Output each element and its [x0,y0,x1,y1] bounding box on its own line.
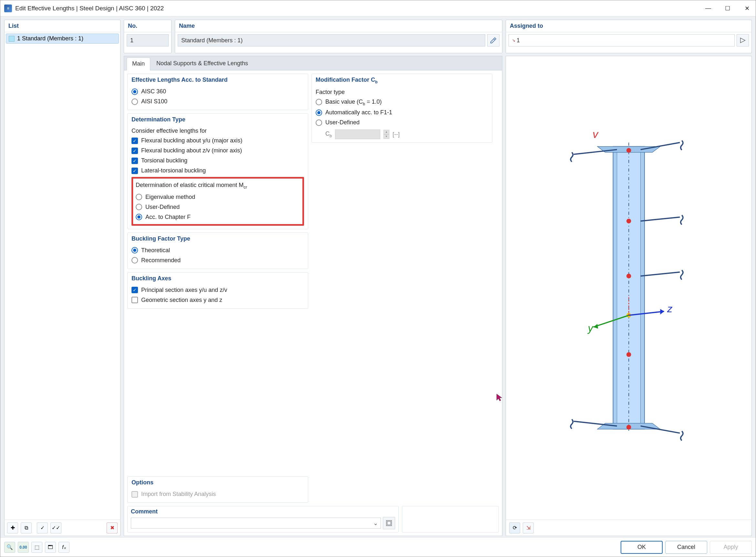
svg-point-7 [626,148,631,153]
check-ltb[interactable]: Lateral-torsional buckling [132,166,304,176]
check-icon [132,287,138,293]
check-icon [132,157,138,164]
radio-cb-auto[interactable]: Automatically acc. to F1-1 [316,108,488,118]
svg-rect-1 [387,522,391,525]
minimize-button[interactable]: — [703,4,713,13]
group-axes-header: Buckling Axes [128,272,308,284]
check-button[interactable]: ✓ [37,523,48,533]
factor-type-label: Factor type [316,88,488,97]
radio-eigen[interactable]: Eigenvalue method [136,192,300,202]
no-pane: No. 1 [124,20,172,53]
list-toolbar: ✚ ⧉ ✓ ✓✓ ✖ [4,520,120,536]
function-button[interactable]: fₓ [58,542,69,553]
check-icon [132,138,138,144]
close-button[interactable]: ✕ [742,4,752,13]
svg-point-12 [626,425,631,430]
radio-recommended[interactable]: Recommended [132,256,304,265]
double-check-button[interactable]: ✓✓ [50,523,61,533]
check-principal-axes[interactable]: Principal section axes y/u and z/v [132,285,304,295]
radio-icon [132,98,138,105]
radio-icon [136,194,142,200]
group-options: Options Import from Stability Analysis [127,476,308,503]
group-eff-std-header: Effective Lengths Acc. to Standard [128,74,308,85]
tool-3-button[interactable]: ⬚ [31,542,42,553]
duplicate-button[interactable]: ⧉ [21,523,32,533]
svg-point-8 [626,218,631,224]
cb-spinner: ▲▼ [384,130,389,139]
cb-input [335,129,380,139]
radio-cb-userdef[interactable]: User-Defined [316,118,488,127]
radio-icon [132,257,138,263]
check-import-stability: Import from Stability Analysis [132,489,304,499]
axis-z-label: z [667,303,672,315]
member-preview: v y z [550,112,707,464]
group-mod-cb-header: Modification Factor Cb [312,74,492,86]
pick-assigned-button[interactable] [737,34,749,47]
ok-button[interactable]: OK [621,541,663,554]
edit-name-button[interactable] [487,34,500,47]
window-title: Edit Effective Lengths | Steel Design | … [15,5,703,12]
list-header: List [4,20,120,32]
radio-aisis100[interactable]: AISI S100 [132,96,304,107]
cursor-icon [496,393,504,403]
tab-main[interactable]: Main [127,57,150,70]
apply-button: Apply [710,541,752,554]
radio-icon [136,214,142,220]
tool-4-button[interactable]: 🗔 [45,542,56,553]
assigned-header: Assigned to [506,20,752,32]
tabs-pane: Main Nodal Supports & Effective Lengths … [124,56,502,536]
name-header: Name [175,20,502,32]
check-geometric-axes[interactable]: Geometric section axes y and z [132,295,304,305]
svg-point-9 [626,274,631,278]
group-axes: Buckling Axes Principal section axes y/u… [127,272,308,309]
radio-theoretical[interactable]: Theoretical [132,245,304,256]
group-options-header: Options [128,477,308,488]
preview-tool-1[interactable]: ⟳ [509,523,520,533]
comment-select[interactable] [131,518,381,529]
preview-tool-2[interactable]: ⇲ [523,523,534,533]
cancel-button[interactable]: Cancel [665,541,707,554]
new-item-button[interactable]: ✚ [7,523,18,533]
name-pane: Name Standard (Members : 1) [175,20,502,53]
preview-mini-toolbar [402,506,499,532]
no-header: No. [124,20,171,32]
radio-icon [136,204,142,210]
no-field[interactable]: 1 [127,34,169,47]
radio-chapf[interactable]: Acc. to Chapter F [136,212,300,222]
radio-aisc360[interactable]: AISC 360 [132,87,304,96]
name-field[interactable]: Standard (Members : 1) [178,34,485,47]
radio-icon [132,247,138,254]
radio-icon [132,88,138,95]
consider-label: Consider effective lengths for [132,126,304,136]
group-mod-cb: Modification Factor Cb Factor type Basic… [311,74,493,143]
radio-icon [316,119,322,126]
axis-y-label: y [587,323,594,334]
units-button[interactable]: 0.00 [18,542,29,553]
delete-button[interactable]: ✖ [107,523,118,533]
list-item[interactable]: 1 Standard (Members : 1) [6,34,119,43]
bottom-toolbar: 🔍 0.00 ⬚ 🗔 fₓ OK Cancel Apply [0,537,756,557]
check-flex-yu[interactable]: Flexural buckling about y/u (major axis) [132,136,304,146]
tab-nodal[interactable]: Nodal Supports & Effective Lengths [151,57,254,70]
group-det-type: Determination Type Consider effective le… [127,113,308,229]
check-flex-zv[interactable]: Flexural buckling about z/v (minor axis) [132,146,304,156]
preview-viewport[interactable]: v y z [506,56,752,520]
maximize-button[interactable]: ☐ [723,4,732,13]
assigned-field[interactable]: ↘ 1 [508,34,735,47]
check-icon [132,297,138,303]
list-pane: List 1 Standard (Members : 1) ✚ ⧉ ✓ ✓✓ ✖ [4,20,120,536]
assigned-pane: Assigned to ↘ 1 [506,20,752,53]
mcr-label: Determination of elastic critical moment… [136,180,300,191]
help-button[interactable]: 🔍 [4,542,15,553]
radio-cb-basic[interactable]: Basic value (Cb = 1.0) [316,97,488,108]
comment-header: Comment [131,508,395,515]
tab-strip: Main Nodal Supports & Effective Lengths [124,56,502,70]
list-item-label: 1 Standard (Members : 1) [17,35,83,42]
radio-userdef-mcr[interactable]: User-Defined [136,202,300,212]
svg-point-11 [626,352,631,357]
check-icon [132,491,138,498]
check-torsional[interactable]: Torsional buckling [132,156,304,166]
comment-edit-button[interactable] [383,517,395,529]
check-icon [132,168,138,174]
group-eff-std: Effective Lengths Acc. to Standard AISC … [127,74,308,110]
